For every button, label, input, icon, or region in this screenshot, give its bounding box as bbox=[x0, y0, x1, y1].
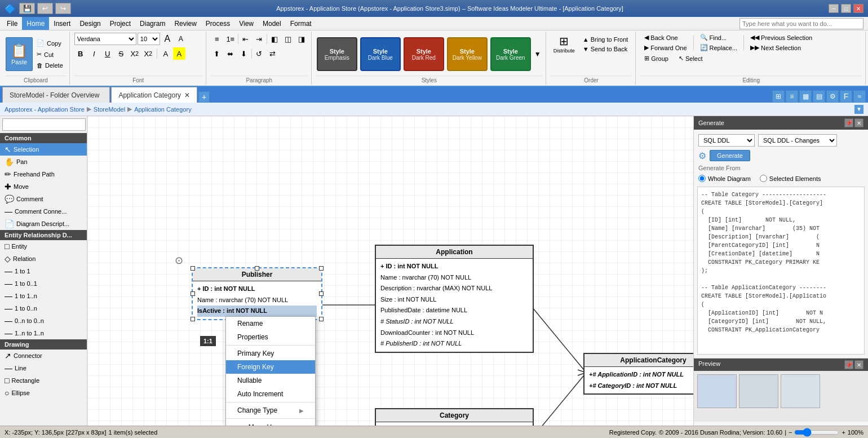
previous-selection-btn[interactable]: ◀◀Previous Selection bbox=[746, 33, 816, 42]
bold-btn[interactable]: B bbox=[74, 47, 87, 60]
back-one-btn[interactable]: ◀Back One bbox=[640, 33, 690, 42]
maximize-btn[interactable]: □ bbox=[841, 4, 851, 13]
panel-item-comment-conn[interactable]: —Comment Conne... bbox=[0, 205, 87, 218]
align-top-btn[interactable]: ⬆ bbox=[211, 47, 223, 60]
preview-thumb-3[interactable] bbox=[781, 374, 820, 408]
align-vmid-btn[interactable]: ⬌ bbox=[224, 47, 237, 60]
toolbar-icon-1[interactable]: ⊞ bbox=[772, 90, 785, 103]
handle-mr[interactable] bbox=[319, 291, 324, 296]
table-row[interactable]: # StatusID : int NOT NULL bbox=[380, 316, 528, 328]
ctx-move-up[interactable]: ▲Move Up bbox=[226, 420, 315, 426]
next-selection-btn[interactable]: ▶▶Next Selection bbox=[746, 43, 816, 52]
text-rotate-btn[interactable]: ↺ bbox=[253, 47, 265, 60]
copy-button[interactable]: 📄Copy bbox=[34, 38, 66, 48]
panel-item-relation[interactable]: ◇Relation bbox=[0, 253, 87, 265]
table-row[interactable]: +# ApplicationID : int NOT NULL bbox=[589, 369, 693, 381]
toolbar-icon-3[interactable]: ▦ bbox=[799, 90, 812, 103]
preview-close-btn[interactable]: ✕ bbox=[854, 360, 863, 369]
outdent-btn[interactable]: ⇤ bbox=[240, 33, 252, 45]
toolbar-icon-2[interactable]: ≡ bbox=[786, 90, 798, 103]
panel-item-1to01[interactable]: —1 to 0..1 bbox=[0, 277, 87, 290]
handle-tl[interactable] bbox=[191, 266, 195, 271]
panel-item-0nto0n[interactable]: —0..n to 0..n bbox=[0, 315, 87, 327]
minimize-btn[interactable]: ─ bbox=[829, 4, 839, 13]
table-publisher[interactable]: Publisher + ID : int NOT NULL Name : nva… bbox=[192, 267, 322, 320]
bring-to-front-btn[interactable]: ▲Bring to Front bbox=[579, 35, 632, 44]
table-row[interactable]: DownloadCounter : int NOT NULL bbox=[380, 328, 528, 339]
zoom-slider[interactable] bbox=[794, 428, 839, 437]
italic-btn[interactable]: I bbox=[88, 47, 100, 60]
replace-btn[interactable]: 🔄Replace... bbox=[696, 43, 742, 52]
table-row[interactable]: # PublisherID : int NOT NULL bbox=[380, 338, 528, 349]
group-btn[interactable]: ⊞Group bbox=[640, 54, 672, 63]
selected-elements-radio[interactable]: Selected Elements bbox=[760, 175, 821, 182]
redo-btn[interactable]: ↪ bbox=[55, 3, 71, 14]
text-direction-btn[interactable]: ⇄ bbox=[267, 47, 279, 60]
style-emphasis-btn[interactable]: Style Emphasis bbox=[317, 37, 357, 71]
table-row[interactable]: Size : int NOT NULL bbox=[380, 294, 528, 306]
undo-btn[interactable]: ↩ bbox=[37, 3, 53, 14]
table-row[interactable]: + ID : int NOT NULL bbox=[197, 284, 317, 295]
ctx-nullable[interactable]: Nullable bbox=[226, 374, 315, 387]
panel-item-selection[interactable]: ↖Selection bbox=[0, 143, 87, 156]
toolbar-icon-5[interactable]: ⚙ bbox=[826, 90, 839, 103]
sql-type-select[interactable]: SQL DDL bbox=[698, 134, 755, 147]
ctx-primary-key[interactable]: Primary Key bbox=[226, 347, 315, 360]
table-category[interactable]: Category + ID : int NOT NULL Name : nvar… bbox=[375, 408, 534, 426]
add-tab-btn[interactable]: + bbox=[198, 91, 210, 103]
menu-format[interactable]: Format bbox=[286, 17, 316, 30]
table-row[interactable]: + ID : int NOT NULL bbox=[380, 424, 528, 426]
handle-bl[interactable] bbox=[191, 317, 195, 321]
handle-tr[interactable] bbox=[319, 266, 324, 271]
zoom-in-btn[interactable]: + bbox=[842, 429, 845, 436]
panel-item-entity[interactable]: □Entity bbox=[0, 240, 87, 253]
handle-ml[interactable] bbox=[191, 291, 195, 296]
preview-thumb-2[interactable] bbox=[739, 374, 778, 408]
ctx-change-type[interactable]: Change Type ▶ bbox=[226, 404, 315, 417]
menu-design[interactable]: Design bbox=[75, 17, 105, 30]
find-btn[interactable]: 🔍Find... bbox=[696, 33, 742, 42]
breadcrumb-item-1[interactable]: Appstorex - Application Store bbox=[5, 106, 85, 113]
close-tab-application-category[interactable]: ✕ bbox=[184, 91, 190, 99]
panel-item-rectangle[interactable]: □Rectangle bbox=[0, 374, 87, 387]
font-size-select[interactable]: 101214 bbox=[138, 33, 160, 45]
panel-item-pan[interactable]: ✋Pan bbox=[0, 156, 87, 168]
paste-button[interactable]: 📋 Paste bbox=[6, 37, 33, 71]
panel-item-freehand[interactable]: ✏Freehand Path bbox=[0, 168, 87, 180]
ctx-rename[interactable]: Rename bbox=[226, 317, 315, 330]
numbered-list-btn[interactable]: 1≡ bbox=[224, 33, 237, 45]
menu-project[interactable]: Project bbox=[105, 17, 135, 30]
style-darkyellow-btn[interactable]: Style Dark Yellow bbox=[447, 37, 488, 71]
distribute-btn[interactable]: ⊞ Distribute bbox=[551, 33, 578, 55]
quick-access-btn[interactable]: 💾 bbox=[19, 3, 35, 14]
panel-item-connector[interactable]: ↗Connector bbox=[0, 349, 87, 362]
panel-item-1nto1n[interactable]: —1..n to 1..n bbox=[0, 327, 87, 339]
table-row[interactable]: Name : nvarchar (70) NOT NULL bbox=[197, 295, 317, 306]
panel-item-line[interactable]: —Line bbox=[0, 362, 87, 374]
panel-item-1to0n[interactable]: —1 to 0..n bbox=[0, 302, 87, 315]
table-row-highlighted[interactable]: IsActive : int NOT NULL bbox=[197, 306, 317, 317]
font-color-btn[interactable]: A bbox=[160, 47, 172, 60]
zoom-out-btn[interactable]: − bbox=[789, 429, 792, 436]
breadcrumb-item-3[interactable]: Application Category bbox=[134, 106, 192, 113]
canvas-scroll[interactable]: Publisher + ID : int NOT NULL Name : nva… bbox=[87, 116, 693, 426]
font-family-select[interactable]: VerdanaArial bbox=[74, 33, 136, 45]
superscript-btn[interactable]: X2 bbox=[142, 47, 154, 60]
table-row[interactable]: + ID : int NOT NULL bbox=[380, 261, 528, 272]
preview-pin-btn[interactable]: 📌 bbox=[844, 360, 853, 369]
menu-review[interactable]: Review bbox=[170, 17, 201, 30]
menu-insert[interactable]: Insert bbox=[49, 17, 75, 30]
font-increase-btn[interactable]: A bbox=[161, 33, 174, 45]
table-row[interactable]: Name : nvarchar (70) NOT NULL bbox=[380, 272, 528, 284]
table-application[interactable]: Application + ID : int NOT NULL Name : n… bbox=[375, 245, 534, 353]
panel-close-btn[interactable]: ✕ bbox=[854, 118, 863, 127]
panel-item-1to1n[interactable]: —1 to 1..n bbox=[0, 290, 87, 302]
ctx-auto-increment[interactable]: Auto Increment bbox=[226, 387, 315, 401]
style-darkred-btn[interactable]: Style Dark Red bbox=[404, 37, 444, 71]
toolbar-icon-7[interactable]: ≈ bbox=[853, 90, 866, 103]
toolbar-icon-6[interactable]: F bbox=[840, 90, 852, 103]
table-row[interactable]: +# CategoryID : int NOT NULL bbox=[589, 381, 693, 392]
style-darkgreen-btn[interactable]: Style Dark Green bbox=[490, 37, 531, 71]
menu-diagram[interactable]: Diagram bbox=[135, 17, 170, 30]
styles-more-btn[interactable]: ▼ bbox=[533, 50, 542, 58]
